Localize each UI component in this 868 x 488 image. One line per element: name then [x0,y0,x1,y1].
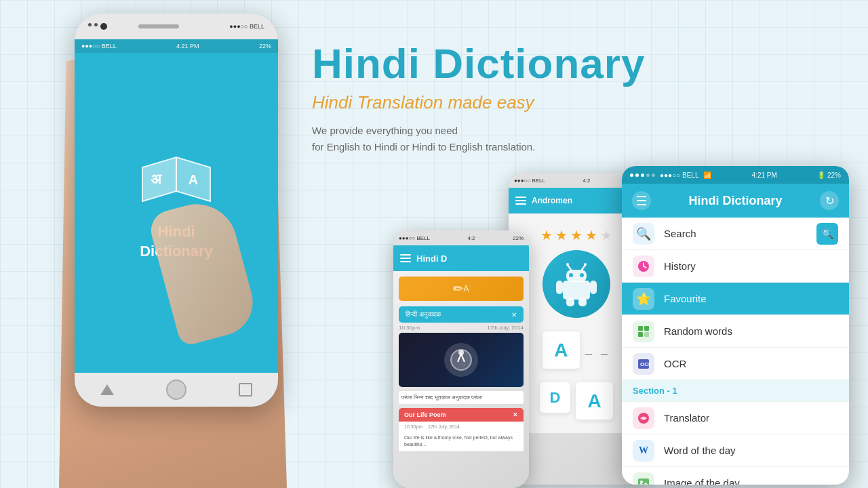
rating-stars: ★ ★ ★ ★ ★ [540,227,612,243]
menu-item-word[interactable]: W Word of the day [622,434,849,467]
refresh-button[interactable]: ↻ [820,191,839,210]
image-icon [633,472,654,485]
menu-item-favourite[interactable]: ⭐ Favourite [622,283,849,315]
andro-hamburger-icon[interactable] [515,197,526,205]
letter-a: A [542,331,580,369]
menu-hamburger-button[interactable] [632,191,651,210]
translator-icon [633,407,654,429]
svg-text:A: A [189,172,198,187]
mid-status-bar: ●●●○○ BELL 4:2 22% [393,230,529,245]
search-label: Search [664,228,816,239]
svg-rect-21 [644,332,649,337]
page-content: Hindi Dictionary Hindi Translation made … [0,0,868,488]
svg-point-7 [569,273,573,277]
mid-word-card: परंपरा भिन्न शब्द भूतकाल अनुवादक परंपरा [399,391,524,404]
recents-button[interactable] [239,383,252,396]
mid-time-bar: 10:30pm 17th July, 2014 [393,323,529,333]
menu-phone: ●●●○○ BELL 📶 4:21 PM 🔋 22% Hindi Diction… [622,166,849,485]
menu-item-random[interactable]: Random words [622,315,849,348]
svg-point-8 [580,273,584,277]
section-1-label: Section - 1 [633,386,838,396]
mid-poem-bar: Our Life Poem ✕ [399,408,524,422]
favourite-icon: ⭐ [633,288,654,310]
phone-nav-bar [75,373,278,407]
svg-rect-20 [638,332,643,337]
app-logo: अ A [136,150,217,211]
phone-top-bar: ●●●○○ BELL [75,14,278,39]
mid-translator-bar: हिन्दी अनुवादक ✕ [399,306,524,323]
ocr-icon: OCR [633,353,654,375]
svg-point-12 [584,263,587,266]
subtitle-highlight: made easy [448,92,534,113]
mid-poem-close-icon[interactable]: ✕ [513,411,518,418]
mid-poem-sub: 10:30pm 17th July, 2014 [399,422,524,432]
svg-rect-14 [590,281,597,294]
app-description: We provide everything you need for Engli… [312,123,665,155]
svg-point-4 [458,350,464,355]
history-icon [633,256,654,277]
favourite-label: Favourite [664,293,838,304]
random-icon [633,321,654,342]
svg-rect-5 [563,281,590,300]
ocr-label: OCR [664,358,838,369]
random-label: Random words [664,325,838,337]
svg-text:अ: अ [151,171,162,188]
word-label: Word of the day [664,445,838,456]
mid-header-title: Hindi D [416,253,448,264]
title-area: Hindi Dictionary Hindi Translation made … [312,41,665,155]
andro-header-title: Andromen [532,196,572,205]
mid-hamburger-icon[interactable] [400,254,411,262]
letter-d: D [540,382,570,413]
translator-label: Translator [664,412,838,424]
menu-item-ocr[interactable]: OCR OCR [622,348,849,380]
app-subtitle: Hindi Translation made easy [312,92,665,113]
android-robot [542,250,610,318]
history-label: History [664,260,838,272]
svg-point-26 [640,481,643,483]
svg-rect-13 [556,281,563,294]
phone-speaker [138,24,179,28]
home-button[interactable] [166,380,186,400]
mid-header: Hindi D [393,245,529,271]
svg-line-9 [568,265,571,270]
andro-dashes: _ _ [585,331,610,369]
menu-header: Hindi Dictionary ↻ [622,184,849,218]
mid-poem-text: Our life is like a thorny rose, Not perf… [399,432,524,451]
svg-point-10 [566,263,569,266]
menu-header-title: Hindi Dictionary [659,194,812,208]
phone-camera [100,23,107,30]
back-button[interactable] [100,384,114,395]
phone-dot-1 [88,23,92,26]
svg-rect-15 [566,298,574,306]
menu-item-image[interactable]: Image of the day [622,467,849,485]
menu-item-history[interactable]: History [622,250,849,283]
mid-action-button[interactable]: ✏ A [399,277,524,301]
svg-line-11 [582,265,585,270]
search-icon: 🔍 [633,223,654,245]
svg-rect-19 [644,326,649,331]
andro-letters-2: D A [540,382,613,420]
svg-rect-16 [578,298,587,306]
mid-image-card [399,333,524,387]
letter-a2: A [576,382,613,420]
app-title: Hindi Dictionary [312,41,665,87]
word-icon: W [633,440,654,462]
phone-status-bar: ●●●○○ BELL 4:21 PM 22% [75,39,278,53]
search-go-button[interactable]: 🔍 [816,223,838,245]
menu-items-list: 🔍 Search 🔍 History ⭐ Favou [622,218,849,485]
phone-dot-2 [94,23,98,26]
section-1-header: Section - 1 [622,380,849,402]
svg-rect-18 [638,326,643,331]
svg-text:OCR: OCR [640,361,650,367]
menu-item-search[interactable]: 🔍 Search 🔍 [622,218,849,250]
phone-battery-indicator: ●●●○○ BELL [229,23,264,30]
middle-phone: ●●●○○ BELL 4:2 22% Hindi D ✏ A हिन्दी अन… [393,230,529,488]
subtitle-static: Hindi Translation [312,92,443,113]
menu-item-translator[interactable]: Translator [622,402,849,434]
andro-letters: A _ _ [542,331,610,369]
image-label: Image of the day [664,477,838,485]
mid-close-icon[interactable]: ✕ [511,311,517,319]
menu-status-bar: ●●●○○ BELL 📶 4:21 PM 🔋 22% [622,166,849,184]
